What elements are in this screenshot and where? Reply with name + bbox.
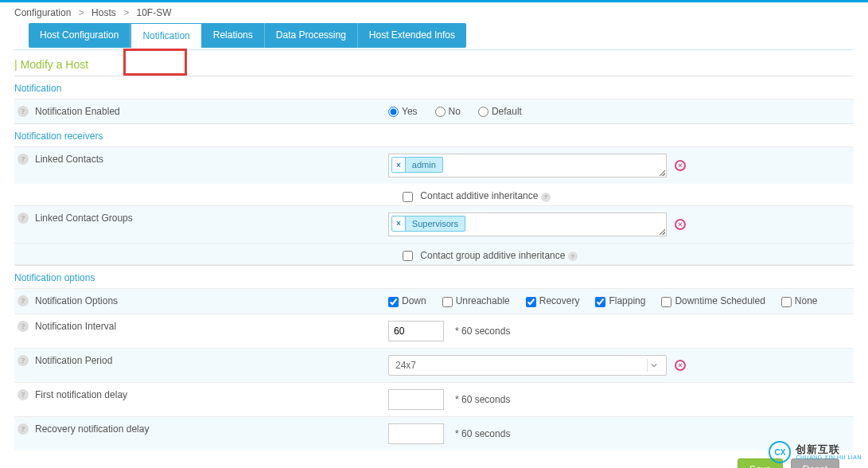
label-notification-enabled: Notification Enabled — [35, 106, 120, 117]
recovery-delay-input[interactable] — [388, 423, 444, 444]
tag-admin: × admin — [391, 157, 443, 173]
linked-contact-groups-input[interactable]: × Supervisors — [388, 213, 667, 236]
check-flapping[interactable]: Flapping — [595, 295, 645, 306]
radio-yes[interactable]: Yes — [388, 106, 418, 117]
clear-icon[interactable]: × — [675, 219, 686, 230]
help-icon[interactable]: ? — [18, 389, 29, 400]
tab-host-extended-infos[interactable]: Host Extended Infos — [358, 23, 466, 48]
help-icon[interactable]: ? — [18, 355, 29, 366]
checkbox-contact-group-additive[interactable] — [403, 251, 413, 261]
label-first-delay: First notification delay — [35, 389, 127, 400]
row-contact-group-additive: Contact group additive inheritance ? — [14, 243, 854, 266]
row-notification-period: ? Notification Period 24x7 × — [14, 348, 854, 382]
page-title: | Modify a Host — [14, 49, 854, 76]
check-none[interactable]: None — [781, 295, 818, 306]
clear-icon[interactable]: × — [675, 160, 686, 171]
interval-unit: * 60 seconds — [455, 326, 510, 337]
tag-remove-icon[interactable]: × — [392, 158, 406, 172]
watermark-logo-icon: CX — [769, 441, 791, 463]
row-recovery-delay: ? Recovery notification delay * 60 secon… — [14, 416, 854, 450]
breadcrumb-root[interactable]: Configuration — [14, 7, 71, 18]
help-icon[interactable]: ? — [568, 252, 578, 261]
breadcrumb-leaf: 10F-SW — [136, 7, 171, 18]
row-notification-options: ? Notification Options Down Unreachable … — [14, 288, 854, 313]
help-icon[interactable]: ? — [18, 213, 29, 224]
watermark: CX 创新互联 CHUANG XIN HU LIAN — [769, 441, 862, 463]
label-notification-options: Notification Options — [35, 295, 118, 306]
tab-relations[interactable]: Relations — [202, 23, 265, 48]
first-delay-input[interactable] — [388, 389, 444, 410]
breadcrumb: Configuration > Hosts > 10F-SW — [0, 2, 868, 23]
section-receivers: Notification receivers — [14, 123, 854, 146]
breadcrumb-sep: > — [79, 7, 84, 18]
label-notification-period: Notification Period — [35, 355, 112, 366]
linked-contacts-input[interactable]: × admin — [388, 154, 667, 177]
tag-remove-icon[interactable]: × — [392, 216, 406, 231]
help-icon[interactable]: ? — [18, 321, 29, 332]
tab-host-configuration[interactable]: Host Configuration — [29, 23, 130, 48]
interval-input[interactable] — [388, 321, 444, 341]
radio-default[interactable]: Default — [478, 106, 522, 117]
first-delay-unit: * 60 seconds — [455, 394, 510, 405]
help-icon[interactable]: ? — [18, 154, 29, 165]
section-options: Notification options — [14, 265, 854, 288]
check-down[interactable]: Down — [388, 295, 426, 306]
clear-icon[interactable]: × — [675, 360, 686, 371]
row-first-delay: ? First notification delay * 60 seconds — [14, 382, 854, 416]
tag-supervisors: × Supervisors — [391, 216, 465, 232]
chevron-down-icon — [647, 359, 660, 372]
label-notification-interval: Notification Interval — [35, 321, 116, 332]
row-linked-contacts: ? Linked Contacts × admin × — [14, 146, 854, 184]
section-notification: Notification — [14, 76, 854, 99]
recovery-delay-unit: * 60 seconds — [455, 428, 510, 439]
checkbox-contact-additive[interactable] — [403, 192, 413, 202]
label-linked-contacts: Linked Contacts — [35, 154, 103, 165]
period-select[interactable]: 24x7 — [388, 355, 667, 376]
help-icon[interactable]: ? — [18, 106, 29, 117]
label-recovery-delay: Recovery notification delay — [35, 423, 149, 435]
tabs: Host Configuration Notification Relation… — [29, 23, 839, 48]
breadcrumb-sep: > — [123, 7, 129, 18]
tab-notification[interactable]: Notification — [130, 23, 201, 48]
tab-data-processing[interactable]: Data Processing — [265, 23, 358, 48]
label-linked-contact-groups: Linked Contact Groups — [35, 213, 133, 224]
radio-no[interactable]: No — [435, 106, 461, 117]
check-recovery[interactable]: Recovery — [526, 295, 580, 306]
check-downtime-scheduled[interactable]: Downtime Scheduled — [661, 295, 765, 306]
radio-group-enabled: Yes No Default — [388, 106, 854, 117]
row-notification-enabled: ? Notification Enabled Yes No Default — [14, 99, 854, 123]
row-contact-additive: Contact additive inheritance ? — [14, 184, 854, 205]
help-icon[interactable]: ? — [18, 423, 29, 435]
row-linked-contact-groups: ? Linked Contact Groups × Supervisors × — [14, 205, 854, 243]
row-notification-interval: ? Notification Interval * 60 seconds — [14, 314, 854, 348]
button-row: Save Reset — [14, 450, 854, 468]
check-unreachable[interactable]: Unreachable — [442, 295, 510, 306]
breadcrumb-hosts[interactable]: Hosts — [91, 7, 116, 18]
help-icon[interactable]: ? — [541, 193, 551, 202]
help-icon[interactable]: ? — [18, 295, 29, 306]
